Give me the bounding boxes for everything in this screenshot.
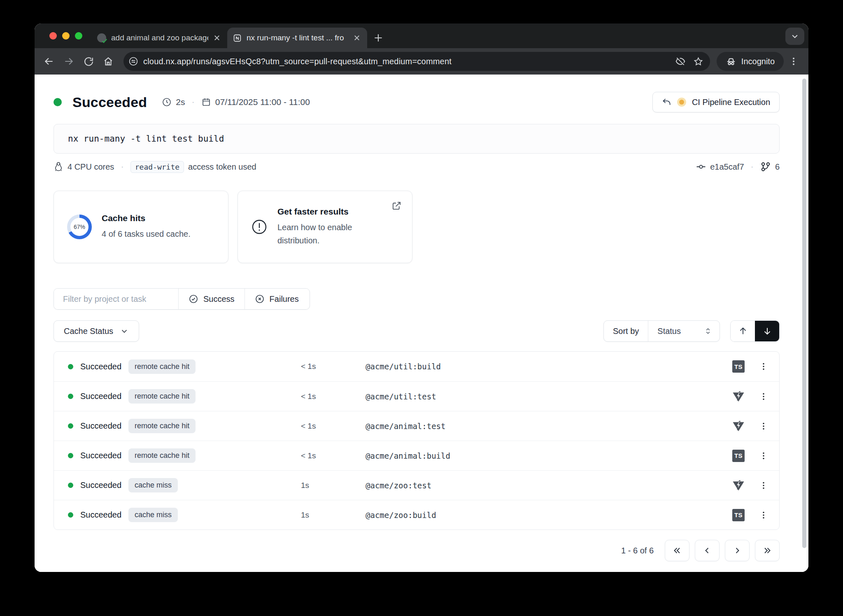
nx-cloud-favicon	[233, 34, 242, 42]
chevrons-left-icon	[672, 546, 682, 555]
task-row[interactable]: Succeeded remote cache hit < 1s @acme/an…	[54, 411, 779, 441]
task-duration: < 1s	[301, 362, 316, 371]
prev-page-button[interactable]	[695, 540, 720, 561]
reload-icon[interactable]	[80, 53, 97, 70]
task-status-label: Succeeded	[80, 421, 121, 431]
filter-failures-label: Failures	[270, 294, 299, 304]
run-status-title: Succeeded	[72, 94, 147, 110]
forward-icon[interactable]	[60, 53, 77, 70]
minimize-window-button[interactable]	[62, 32, 70, 40]
select-chevrons-icon	[704, 327, 712, 335]
row-menu-icon[interactable]	[758, 358, 769, 375]
task-list: Succeeded remote cache hit < 1s @acme/ut…	[54, 351, 780, 530]
cache-status-dropdown[interactable]: Cache Status	[54, 320, 139, 342]
pagination-label: 1 - 6 of 6	[621, 546, 654, 555]
task-row[interactable]: Succeeded cache miss 1s @acme/zoo:build …	[54, 500, 779, 530]
nx-cloud-run-page: Succeeded 2s · 07/11/2025 11:00 - 11:00	[35, 75, 808, 572]
row-menu-icon[interactable]	[758, 477, 769, 494]
sort-ascending-button[interactable]	[731, 321, 755, 341]
row-menu-icon[interactable]	[758, 388, 769, 405]
tab-strip: add animal and zoo packages nx run-many …	[35, 23, 808, 48]
sort-field-select[interactable]: Status	[648, 321, 720, 341]
bookmark-star-icon[interactable]	[693, 56, 703, 67]
dot-separator: ·	[118, 161, 126, 172]
linux-icon	[54, 161, 63, 172]
task-row[interactable]: Succeeded remote cache hit < 1s @acme/ut…	[54, 352, 779, 381]
chevron-down-icon	[120, 327, 129, 336]
task-status-label: Succeeded	[80, 451, 121, 460]
dot-separator: ·	[748, 161, 756, 172]
cache-status-chip: remote cache hit	[128, 448, 196, 463]
filter-failures-button[interactable]: Failures	[245, 289, 309, 309]
pipeline-status-dot	[677, 98, 686, 107]
dot-separator: ·	[189, 97, 197, 107]
tab-pull-request[interactable]: add animal and zoo packages	[91, 28, 227, 48]
task-status-label: Succeeded	[80, 392, 121, 401]
git-branch-icon	[760, 161, 771, 172]
row-menu-icon[interactable]	[758, 448, 769, 464]
home-icon[interactable]	[100, 53, 117, 70]
arrow-down-icon	[762, 326, 772, 336]
access-token-suffix: access token used	[188, 162, 256, 172]
cache-hits-card: 67% Cache hits 4 of 6 tasks used cache.	[54, 191, 228, 263]
sort-descending-button[interactable]	[755, 321, 779, 341]
sort-by-label: Sort by	[604, 321, 648, 341]
site-settings-icon[interactable]	[128, 56, 138, 66]
new-tab-icon[interactable]	[373, 33, 384, 43]
task-status-label: Succeeded	[80, 481, 121, 490]
last-page-button[interactable]	[755, 540, 780, 561]
branch-count: 6	[775, 162, 780, 172]
run-date-range: 07/11/2025 11:00 - 11:00	[215, 97, 310, 107]
close-window-button[interactable]	[49, 32, 57, 40]
task-duration: 1s	[301, 511, 309, 520]
cpu-cores-label: 4 CPU cores	[68, 162, 114, 172]
row-menu-icon[interactable]	[758, 507, 769, 523]
pagination: 1 - 6 of 6	[54, 540, 780, 561]
commit-sha: e1a5caf7	[710, 162, 744, 172]
maximize-window-button[interactable]	[75, 32, 82, 40]
tab-title: nx run-many -t lint test ... fro	[247, 33, 348, 42]
first-page-button[interactable]	[665, 540, 689, 561]
vitest-icon	[732, 479, 745, 492]
back-icon[interactable]	[40, 53, 58, 70]
task-name: @acme/util:build	[366, 362, 441, 371]
task-row[interactable]: Succeeded remote cache hit < 1s @acme/ut…	[54, 381, 779, 411]
cache-card-title: Cache hits	[102, 213, 191, 223]
arrow-up-icon	[738, 326, 748, 336]
filter-input[interactable]	[54, 289, 178, 309]
close-tab-icon[interactable]	[213, 34, 221, 42]
sort-field-value: Status	[657, 327, 681, 336]
cache-status-chip: cache miss	[128, 508, 178, 522]
next-page-button[interactable]	[725, 540, 750, 561]
chevrons-right-icon	[762, 546, 772, 555]
tab-search-button[interactable]	[785, 28, 804, 45]
row-menu-icon[interactable]	[758, 418, 769, 434]
undo-icon	[662, 98, 671, 107]
task-row[interactable]: Succeeded remote cache hit < 1s @acme/an…	[54, 441, 779, 470]
task-row[interactable]: Succeeded cache miss 1s @acme/zoo:test	[54, 470, 779, 500]
get-faster-results-card[interactable]: Get faster results Learn how to enable d…	[238, 191, 412, 263]
external-link-icon[interactable]	[392, 201, 401, 210]
url-bar[interactable]: cloud.nx.app/runs/agsvEHsQc8?utm_source=…	[123, 52, 710, 71]
task-status-dot	[68, 394, 73, 399]
close-tab-icon[interactable]	[353, 34, 361, 42]
sort-direction-toggle	[730, 320, 780, 342]
window-controls	[35, 23, 91, 48]
sort-group: Sort by Status	[603, 320, 720, 342]
task-status-label: Succeeded	[80, 362, 121, 371]
filter-group: Success Failures	[54, 288, 310, 310]
chevron-right-icon	[732, 546, 742, 555]
page-scrollbar[interactable]	[802, 79, 806, 548]
incognito-label: Incognito	[741, 57, 775, 66]
cache-donut: 67%	[67, 215, 92, 239]
faster-card-subtitle: Learn how to enable distribution.	[277, 221, 372, 247]
task-status-dot	[68, 512, 73, 518]
preview-eye-off-icon[interactable]	[675, 56, 686, 67]
filter-success-button[interactable]: Success	[178, 289, 245, 309]
url-text[interactable]: cloud.nx.app/runs/agsvEHsQc8?utm_source=…	[143, 57, 670, 66]
task-name: @acme/zoo:test	[366, 481, 431, 490]
filter-success-label: Success	[203, 294, 235, 304]
ci-pipeline-execution-button[interactable]: CI Pipeline Execution	[652, 92, 780, 112]
browser-menu-icon[interactable]	[786, 56, 801, 66]
tab-nx-run[interactable]: nx run-many -t lint test ... fro	[227, 28, 367, 48]
